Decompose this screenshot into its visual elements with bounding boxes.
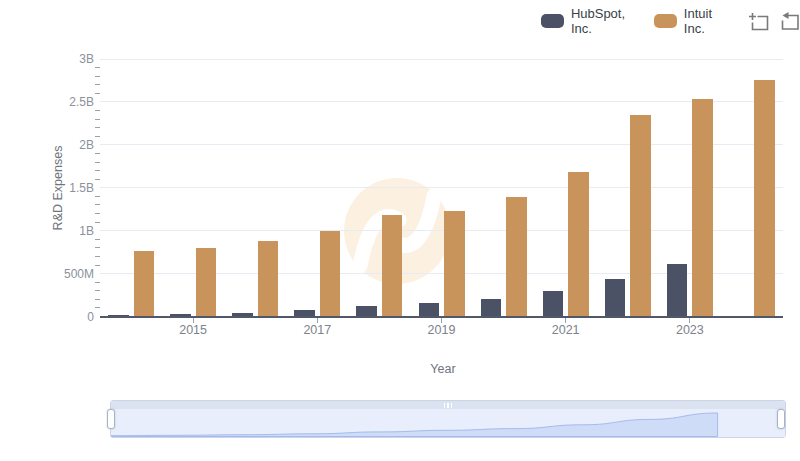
- bar-intuit-2022[interactable]: [630, 115, 651, 316]
- y-axis-minor-tick: [95, 299, 100, 300]
- y-axis-minor-tick: [95, 153, 100, 154]
- x-axis-tick: [565, 318, 566, 323]
- bar-hubspot-2021[interactable]: [543, 291, 564, 317]
- y-axis-minor-tick: [95, 127, 100, 128]
- bar-intuit-2023[interactable]: [692, 99, 713, 317]
- x-axis-line: [100, 316, 783, 318]
- bar-intuit-2017[interactable]: [320, 231, 341, 317]
- x-axis-tick-label: 2017: [292, 323, 342, 337]
- y-axis-minor-tick: [95, 213, 100, 214]
- y-axis-minor-tick: [95, 196, 100, 197]
- bar-intuit-2020[interactable]: [506, 197, 527, 316]
- y-axis-minor-tick: [95, 110, 100, 111]
- bar-hubspot-2023[interactable]: [667, 264, 688, 316]
- x-axis-tick-label: 2023: [665, 323, 715, 337]
- bar-intuit-2018[interactable]: [382, 215, 403, 317]
- y-axis-minor-tick: [95, 204, 100, 205]
- bar-intuit-2021[interactable]: [568, 172, 589, 316]
- gridline: [100, 101, 783, 102]
- bar-hubspot-2019[interactable]: [419, 303, 440, 317]
- y-axis-minor-tick: [95, 179, 100, 180]
- x-axis-tick-label: 2015: [168, 323, 218, 337]
- gridline: [100, 144, 783, 145]
- x-axis-tick: [317, 318, 318, 323]
- slider-grip-icon: [444, 403, 453, 408]
- y-axis-minor-tick: [95, 93, 100, 94]
- gridline: [100, 230, 783, 231]
- datazoom-slider[interactable]: [110, 400, 786, 438]
- y-axis-minor-tick: [95, 290, 100, 291]
- y-axis-tick-label: 2.5B: [36, 94, 94, 110]
- bar-hubspot-2022[interactable]: [605, 279, 626, 317]
- bar-intuit-2014[interactable]: [134, 251, 155, 316]
- bar-intuit-2015[interactable]: [196, 248, 217, 316]
- x-axis-tick: [441, 318, 442, 323]
- bar-hubspot-2020[interactable]: [481, 299, 502, 317]
- y-axis-minor-tick: [95, 84, 100, 85]
- bar-intuit-2024[interactable]: [754, 80, 775, 316]
- x-axis-tick: [689, 318, 690, 323]
- x-axis-tick-label: 2019: [417, 323, 467, 337]
- y-axis-minor-tick: [95, 170, 100, 171]
- y-axis-minor-tick: [95, 136, 100, 137]
- y-axis-tick-label: 0: [36, 309, 94, 325]
- y-axis-tick-label: 500M: [36, 266, 94, 282]
- y-axis-minor-tick: [95, 256, 100, 257]
- bar-intuit-2019[interactable]: [444, 211, 465, 317]
- plot-area: 0500M1B1.5B2B2.5B3B20152017201920212023: [0, 0, 800, 395]
- y-axis-minor-tick: [95, 247, 100, 248]
- y-axis-minor-tick: [95, 307, 100, 308]
- slider-right-handle[interactable]: [777, 409, 785, 429]
- y-axis-minor-tick: [95, 76, 100, 77]
- y-axis-tick-label: 1B: [36, 223, 94, 239]
- y-axis-minor-tick: [95, 119, 100, 120]
- y-axis-minor-tick: [95, 67, 100, 68]
- y-axis-tick-label: 2B: [36, 137, 94, 153]
- slider-data-shadow: [111, 409, 785, 437]
- y-axis-minor-tick: [95, 239, 100, 240]
- slider-left-handle[interactable]: [107, 409, 115, 429]
- y-axis-tick-label: 3B: [36, 51, 94, 67]
- bar-intuit-2016[interactable]: [258, 241, 279, 317]
- gridline: [100, 187, 783, 188]
- gridline: [100, 59, 783, 60]
- x-axis-tick: [193, 318, 194, 323]
- y-axis-minor-tick: [95, 282, 100, 283]
- slider-move-handle[interactable]: [111, 401, 785, 409]
- y-axis-tick-label: 1.5B: [36, 180, 94, 196]
- chart-container: HubSpot, Inc. Intuit Inc.: [0, 0, 800, 461]
- y-axis-minor-tick: [95, 265, 100, 266]
- x-axis-tick-label: 2021: [541, 323, 591, 337]
- y-axis-minor-tick: [95, 162, 100, 163]
- y-axis-minor-tick: [95, 222, 100, 223]
